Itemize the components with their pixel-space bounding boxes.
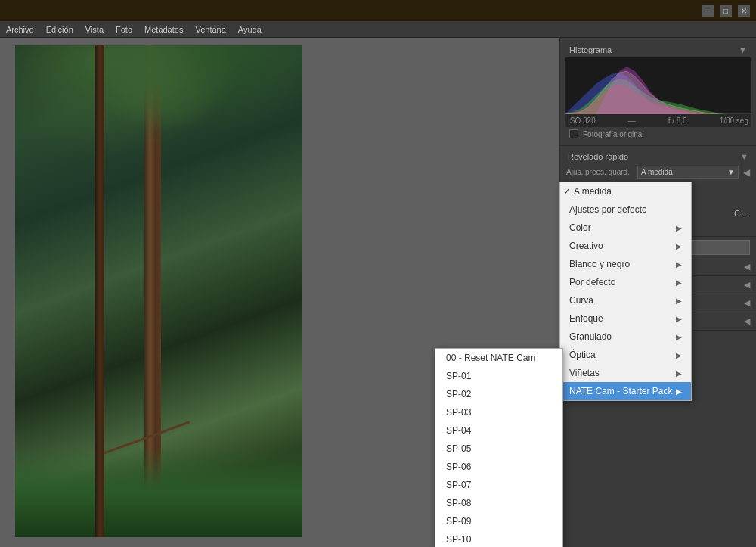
arrow-right-icon-creativo: ▶: [676, 242, 682, 250]
sub-item-sp-01[interactable]: SP-01: [435, 367, 562, 385]
contrast-label: C...: [734, 209, 747, 218]
separator1: —: [628, 117, 636, 125]
menu-foto[interactable]: Foto: [116, 25, 132, 34]
sub-item-sp-10[interactable]: SP-10: [435, 530, 562, 547]
arrow-right-icon-por-defecto: ▶: [676, 278, 682, 287]
dropdown-item-por-defecto[interactable]: Por defecto ▶: [560, 273, 691, 291]
panel-icons-1: ◀: [744, 262, 750, 272]
arrow-right-icon-enfoque: ▶: [676, 315, 682, 323]
histogram-header: Histograma ▼: [565, 42, 751, 57]
sub-item-sp-08[interactable]: SP-08: [435, 494, 562, 512]
dropdown-label-vinetas: Viñetas: [569, 368, 600, 378]
dropdown-label-a-medida: A medida: [574, 186, 612, 197]
shutter-value: 1/80 seg: [720, 117, 748, 125]
dropdown-item-a-medida[interactable]: ✓A medida: [560, 182, 691, 200]
panel-arrow-icon-3: ◀: [744, 298, 750, 308]
main-dropdown: ✓A medida Ajustes por defecto Color ▶ Cr…: [559, 182, 692, 401]
sub-label-sp-03: SP-03: [446, 407, 471, 418]
preset-label: Ajus. prees. guard.: [566, 168, 634, 176]
sub-label-sp-07: SP-07: [446, 480, 471, 490]
preset-select-value: A medida: [641, 168, 673, 176]
dropdown-label-optica: Óptica: [569, 350, 596, 360]
histogram-chevron: ▼: [739, 45, 747, 54]
dropdown-item-optica[interactable]: Óptica ▶: [560, 346, 691, 364]
forest-photo: [15, 45, 302, 537]
panel-arrow-icon-4: ◀: [744, 316, 750, 326]
dropdown-label-granulado: Granulado: [569, 331, 612, 342]
menu-edicion[interactable]: Edición: [46, 25, 73, 34]
forest-leaves: [15, 45, 302, 197]
sub-label-sp-05: SP-05: [446, 443, 471, 454]
histogram-svg: [565, 57, 751, 114]
maximize-button[interactable]: □: [720, 5, 732, 17]
original-photo-checkbox[interactable]: [569, 129, 578, 138]
sub-label-sp-04: SP-04: [446, 425, 471, 436]
sub-item-sp-07[interactable]: SP-07: [435, 476, 562, 494]
dropdown-label-enfoque: Enfoque: [569, 313, 603, 324]
revelado-chevron: ▼: [740, 152, 748, 161]
arrow-right-icon-vinetas: ▶: [676, 369, 682, 378]
iso-value: ISO 320: [568, 117, 596, 125]
sub-label-sp-06: SP-06: [446, 462, 471, 472]
dropdown-label-nate-cam: NATE Cam - Starter Pack: [569, 386, 672, 396]
dropdown-label-creativo: Creativo: [569, 241, 603, 251]
sub-item-sp-03[interactable]: SP-03: [435, 403, 562, 421]
panel-arrow-icon-1: ◀: [744, 262, 750, 272]
histogram-info: ISO 320 — f / 8,0 1/80 seg: [565, 114, 751, 127]
close-button[interactable]: ✕: [738, 5, 750, 17]
original-photo-label: Fotografía original: [583, 130, 644, 138]
menu-ayuda[interactable]: Ayuda: [238, 25, 262, 34]
dropdown-label-curva: Curva: [569, 295, 593, 306]
menu-bar: Archivo Edición Vista Foto Metadatos Ven…: [0, 21, 756, 38]
arrow-right-icon-color: ▶: [676, 224, 682, 232]
sub-item-sp-06[interactable]: SP-06: [435, 458, 562, 476]
sub-item-sp-05[interactable]: SP-05: [435, 440, 562, 458]
menu-metadatos[interactable]: Metadatos: [144, 25, 183, 34]
preset-row: Ajus. prees. guard. A medida ▼ ◀: [563, 164, 753, 180]
dropdown-item-nate-cam[interactable]: NATE Cam - Starter Pack ▶: [560, 382, 691, 400]
menu-vista[interactable]: Vista: [85, 25, 104, 34]
original-photo-row: Fotografía original: [565, 127, 751, 141]
dropdown-item-color[interactable]: Color ▶: [560, 219, 691, 237]
sub-label-sp-01: SP-01: [446, 371, 471, 381]
aperture-value: f / 8,0: [668, 117, 687, 125]
dropdown-label-por-defecto: Por defecto: [569, 277, 615, 287]
preset-select-icon: ◀: [743, 167, 750, 178]
revelado-header: Revelado rápido ▼: [563, 149, 753, 164]
histogram-title: Histograma: [569, 45, 612, 54]
sub-item-sp-04[interactable]: SP-04: [435, 421, 562, 440]
sub-label-reset-nate-cam: 00 - Reset NATE Cam: [446, 353, 535, 363]
sub-item-sp-02[interactable]: SP-02: [435, 385, 562, 403]
menu-archivo[interactable]: Archivo: [6, 25, 34, 34]
arrow-right-icon-granulado: ▶: [676, 333, 682, 341]
dropdown-item-vinetas[interactable]: Viñetas ▶: [560, 364, 691, 382]
preset-select[interactable]: A medida ▼: [637, 166, 739, 179]
sub-label-sp-09: SP-09: [446, 516, 471, 527]
arrow-right-icon-nate-cam: ▶: [676, 387, 682, 396]
sub-item-reset-nate-cam[interactable]: 00 - Reset NATE Cam: [435, 349, 562, 367]
arrow-right-icon-optica: ▶: [676, 351, 682, 359]
dropdown-label-color: Color: [569, 222, 591, 233]
menu-ventana[interactable]: Ventana: [195, 25, 225, 34]
panel-arrow-icon-2: ◀: [744, 280, 750, 290]
dropdown-item-creativo[interactable]: Creativo ▶: [560, 237, 691, 255]
dropdown-item-enfoque[interactable]: Enfoque ▶: [560, 309, 691, 328]
title-bar: ─ □ ✕: [0, 0, 756, 21]
dropdown-label-blanco-negro: Blanco y negro: [569, 259, 630, 269]
dropdown-item-curva[interactable]: Curva ▶: [560, 291, 691, 309]
preset-select-arrow: ▼: [727, 168, 735, 176]
histogram-section: Histograma ▼ ISO 32: [560, 38, 756, 146]
minimize-button[interactable]: ─: [702, 5, 714, 17]
sub-dropdown: 00 - Reset NATE Cam SP-01 SP-02 SP-03 SP…: [435, 348, 563, 547]
dropdown-item-blanco-negro[interactable]: Blanco y negro ▶: [560, 255, 691, 273]
arrow-right-icon-curva: ▶: [676, 297, 682, 305]
forest-fern: [15, 446, 302, 537]
dropdown-item-ajustes-defecto[interactable]: Ajustes por defecto: [560, 200, 691, 219]
sub-label-sp-10: SP-10: [446, 534, 471, 545]
arrow-right-icon-blanco: ▶: [676, 260, 682, 269]
panel-icons-2: ◀: [744, 280, 750, 290]
dropdown-label-ajustes-defecto: Ajustes por defecto: [569, 204, 647, 215]
dropdown-item-granulado[interactable]: Granulado ▶: [560, 328, 691, 346]
sub-label-sp-02: SP-02: [446, 389, 471, 399]
sub-item-sp-09[interactable]: SP-09: [435, 512, 562, 530]
